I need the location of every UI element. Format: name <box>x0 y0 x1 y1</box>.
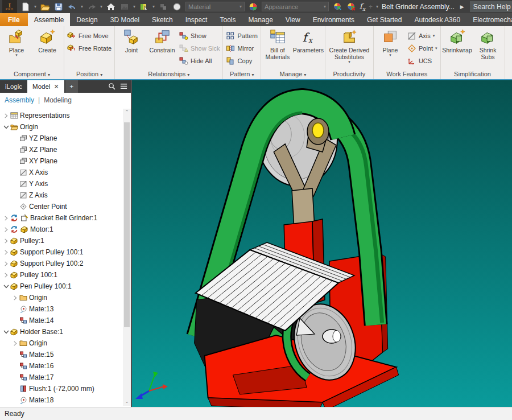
create-derived-substitutes-button[interactable]: Create Derived Substitutes▾ <box>327 27 372 65</box>
menu-tab-sketch[interactable]: Sketch <box>146 13 179 26</box>
tree-item-z-axis[interactable]: Z Axis <box>0 190 131 201</box>
new-file-button[interactable] <box>20 2 31 12</box>
tree-item-holder-base-1[interactable]: Holder Base:1 <box>0 326 131 337</box>
constrain-button[interactable]: Constrain <box>147 27 177 55</box>
tree-item-representations[interactable]: Representations <box>0 110 131 121</box>
chevron-right-icon[interactable] <box>2 112 10 120</box>
ribbon-group-label-relationships[interactable]: Relationships ▾ <box>116 70 221 79</box>
chevron-down-icon[interactable] <box>2 283 10 290</box>
plane-button[interactable]: Plane▾ <box>375 27 406 58</box>
mode-assembly[interactable]: Assembly <box>5 96 34 104</box>
tree-item-mate-15[interactable]: Mate:15 <box>0 349 131 360</box>
material-dropdown[interactable]: Material▾ <box>185 2 245 11</box>
bill-of-materials-button[interactable]: Bill of Materials <box>262 27 293 61</box>
tab-model[interactable]: Model ✕ <box>27 80 64 93</box>
mode-modeling[interactable]: Modeling <box>44 96 72 104</box>
mirror-button[interactable]: Mirror <box>224 42 259 54</box>
tree-item-center-point[interactable]: Center Point <box>0 201 131 212</box>
app-logo-icon[interactable]: IPRO <box>2 0 17 13</box>
create-button[interactable]: Create <box>32 27 63 55</box>
menu-tab-view[interactable]: View <box>279 13 307 26</box>
shrinkwrap-button[interactable]: Shrinkwrap <box>442 27 473 55</box>
show-button[interactable]: Show <box>177 30 221 42</box>
axis-button[interactable]: Axis▾ <box>406 30 439 42</box>
material-sphere-icon[interactable] <box>172 2 182 12</box>
menu-tab-assemble[interactable]: Assemble <box>28 13 71 26</box>
tree-item-mate-13[interactable]: Mate:13 <box>0 303 131 315</box>
save-button[interactable] <box>53 2 64 12</box>
ribbon-group-label-position[interactable]: Position ▾ <box>65 70 113 79</box>
tree-item-xz-plane[interactable]: XZ Plane <box>0 144 131 155</box>
tree-item-motor-1[interactable]: Motor:1 <box>0 224 131 235</box>
tree-item-mate-14[interactable]: Mate:14 <box>0 315 131 326</box>
viewport-3d-canvas[interactable] <box>131 80 512 407</box>
chevron-right-icon[interactable] <box>2 237 10 245</box>
menu-tab-environments[interactable]: Environments <box>307 13 361 26</box>
tree-item-yz-plane[interactable]: YZ Plane <box>0 133 131 144</box>
menu-tab-file[interactable]: File <box>0 13 28 26</box>
joint-button[interactable]: Joint <box>116 27 147 55</box>
tree-item-origin[interactable]: Origin <box>0 121 131 133</box>
menu-tab-tools[interactable]: Tools <box>213 13 242 26</box>
ribbon-group-label-manage[interactable]: Manage ▾ <box>262 70 324 79</box>
component-boxes-button[interactable] <box>158 2 168 12</box>
pattern-button[interactable]: Pattern <box>224 30 259 42</box>
clear-appearance-button[interactable] <box>346 2 356 12</box>
chevron-right-icon[interactable] <box>2 249 10 256</box>
ucs-button[interactable]: UCS <box>406 55 439 67</box>
free-rotate-button[interactable]: Free Rotate <box>65 42 113 54</box>
ribbon-group-label-component[interactable]: Component ▾ <box>1 70 63 79</box>
tree-item-mate-16[interactable]: Mate:16 <box>0 360 131 372</box>
tree-item-y-axis[interactable]: Y Axis <box>0 178 131 190</box>
appearance-dropdown[interactable]: Appearance▾ <box>262 2 329 11</box>
chevron-right-icon[interactable] <box>2 260 10 267</box>
new-file-caret[interactable]: ▾ <box>34 4 36 9</box>
render-scene-button[interactable] <box>119 2 130 12</box>
chevron-right-icon[interactable] <box>2 215 10 222</box>
undo-caret[interactable]: ▾ <box>81 4 83 9</box>
chevron-right-icon[interactable] <box>11 340 19 347</box>
tree-item-support-pulley-100-1[interactable]: Support Pulley 100:1 <box>0 246 131 258</box>
search-icon[interactable] <box>108 83 115 91</box>
shrink-subs-button[interactable]: Shrink Subs <box>473 27 503 61</box>
scroll-down-icon[interactable]: ⌄ <box>123 398 131 406</box>
chevron-right-icon[interactable] <box>11 294 19 302</box>
tree-item-x-axis[interactable]: X Axis <box>0 167 131 178</box>
tree-item-pulley-1[interactable]: Pulley:1 <box>0 235 131 246</box>
chevron-down-icon[interactable] <box>2 123 10 131</box>
menu-tab-electromechanical[interactable]: Electromechanical <box>466 13 512 26</box>
parameters-button[interactable]: fxParameters <box>293 27 324 55</box>
parameters-fx-icon[interactable]: fx <box>360 2 365 12</box>
tree-item-xy-plane[interactable]: XY Plane <box>0 155 131 167</box>
undo-button[interactable] <box>67 2 77 12</box>
redo-button[interactable] <box>86 2 97 12</box>
tree-scrollbar[interactable]: ⌃ ⌄ <box>123 109 131 406</box>
add-tab-button[interactable]: + <box>65 80 79 93</box>
collapse-chevron-icon[interactable]: ▾ <box>376 4 378 9</box>
chevron-right-icon[interactable] <box>2 226 10 233</box>
ribbon-group-label-pattern[interactable]: Pattern ▾ <box>224 70 259 79</box>
help-expand-arrow[interactable]: ▶ <box>458 4 466 10</box>
scroll-up-icon[interactable]: ⌃ <box>123 109 131 117</box>
select-caret[interactable]: ▾ <box>152 4 155 9</box>
tree-item-mate-18[interactable]: Mate:18 <box>0 394 131 406</box>
open-file-button[interactable] <box>40 2 50 12</box>
menu-tab-design[interactable]: Design <box>70 13 104 26</box>
tree-item-pulley-100-1[interactable]: Pulley 100:1 <box>0 269 131 281</box>
home-button[interactable] <box>106 2 116 12</box>
tree-item-flush-1-72-000-mm[interactable]: Flush:1 (-72,000 mm) <box>0 383 131 394</box>
help-search-input[interactable]: Search Help <box>470 1 512 12</box>
tree-item-origin[interactable]: Origin <box>0 292 131 303</box>
hide-all-button[interactable]: Hide All <box>177 55 221 67</box>
chevron-down-icon[interactable] <box>2 328 10 336</box>
menu-tab-inspect[interactable]: Inspect <box>179 13 214 26</box>
place-button[interactable]: Place▾ <box>1 27 32 58</box>
redo-caret[interactable]: ▾ <box>100 4 102 9</box>
show-sick-button[interactable]: Show Sick <box>177 42 221 54</box>
copy-button[interactable]: Copy <box>224 55 259 67</box>
tree-item-support-pulley-100-2[interactable]: Support Pulley 100:2 <box>0 258 131 269</box>
menu-tab-get-started[interactable]: Get Started <box>361 13 408 26</box>
free-move-button[interactable]: Free Move <box>65 30 113 42</box>
tree-item-mate-17[interactable]: Mate:17 <box>0 372 131 383</box>
tree-item-pen-pulley-100-1[interactable]: Pen Pulley 100:1 <box>0 281 131 292</box>
